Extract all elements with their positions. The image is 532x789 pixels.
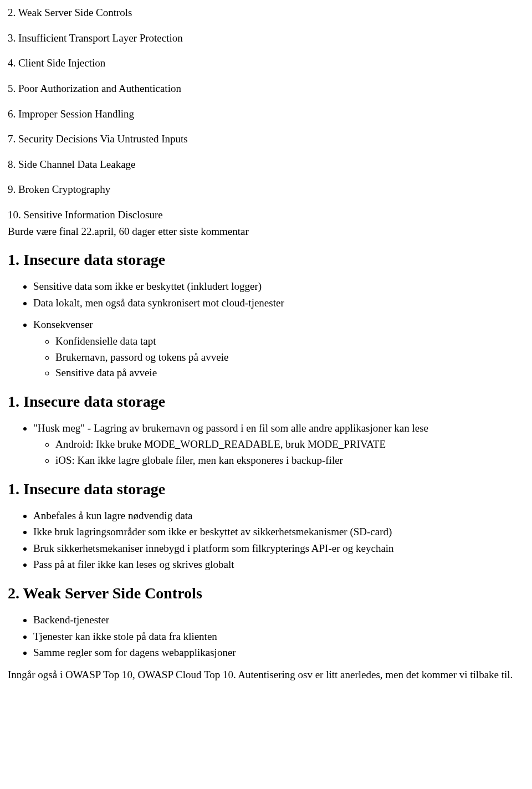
sub-bullets: Konfidensielle data tapt Brukernavn, pas… [33, 334, 524, 380]
bullet-item: Pass på at filer ikke kan leses og skriv… [33, 557, 524, 572]
list-item: 4. Client Side Injection [8, 56, 524, 70]
bullet-item: Konsekvenser Konfidensielle data tapt Br… [33, 317, 524, 380]
sub-bullet-item: Android: Ikke bruke MODE_WORLD_READABLE,… [55, 437, 524, 452]
list-item: 2. Weak Server Side Controls [8, 6, 524, 20]
item-text: Poor Authorization and Authentication [18, 83, 181, 94]
note-paragraph: Burde være final 22.april, 60 dager ette… [8, 224, 524, 239]
bullet-item: Anbefales å kun lagre nødvendig data [33, 509, 524, 523]
item-number: 9. [8, 183, 18, 195]
bullet-item: Samme regler som for dagens webapplikasj… [33, 645, 524, 660]
item-text: Client Side Injection [18, 57, 105, 69]
list-item: 8. Side Channel Data Leakage [8, 157, 524, 172]
list-item: 6. Improper Session Handling [8, 107, 524, 121]
owasp-mobile-list: 2. Weak Server Side Controls 3. Insuffic… [8, 6, 524, 222]
bullets-a1: Sensitive data som ikke er beskyttet (in… [8, 279, 524, 310]
item-text: Sensitive Information Disclosure [24, 209, 163, 221]
heading-insecure-data-storage-c: 1. Insecure data storage [8, 479, 524, 500]
sub-bullet-item: Konfidensielle data tapt [55, 334, 524, 349]
item-number: 5. [8, 83, 18, 94]
item-text: Improper Session Handling [18, 108, 134, 120]
bullet-item: "Husk meg" - Lagring av brukernavn og pa… [33, 421, 524, 468]
bullet-item: Ikke bruk lagringsområder som ikke er be… [33, 525, 524, 539]
list-item: 5. Poor Authorization and Authentication [8, 81, 524, 96]
sub-bullets: Android: Ikke bruke MODE_WORLD_READABLE,… [33, 437, 524, 467]
bullet-item: Sensitive data som ikke er beskyttet (in… [33, 279, 524, 294]
item-number: 8. [8, 158, 18, 170]
item-number: 10. [8, 209, 24, 221]
item-text: Weak Server Side Controls [18, 7, 132, 18]
list-item: 10. Sensitive Information Disclosure [8, 208, 524, 222]
item-number: 4. [8, 57, 18, 69]
bullets-a2: Konsekvenser Konfidensielle data tapt Br… [8, 317, 524, 380]
list-item: 7. Security Decisions Via Untrusted Inpu… [8, 132, 524, 146]
bullet-text: "Husk meg" - Lagring av brukernavn og pa… [33, 422, 428, 434]
item-text: Side Channel Data Leakage [18, 158, 136, 170]
item-number: 7. [8, 133, 18, 145]
bullets-c: Anbefales å kun lagre nødvendig data Ikk… [8, 509, 524, 572]
heading-weak-server-side-controls: 2. Weak Server Side Controls [8, 583, 524, 604]
item-text: Security Decisions Via Untrusted Inputs [18, 133, 188, 145]
sub-bullet-item: Sensitive data på avveie [55, 366, 524, 380]
item-text: Broken Cryptography [18, 183, 110, 195]
bullets-d: Backend-tjenester Tjenester kan ikke sto… [8, 613, 524, 660]
sub-bullet-item: Brukernavn, passord og tokens på avveie [55, 350, 524, 365]
list-item: 9. Broken Cryptography [8, 182, 524, 197]
heading-insecure-data-storage-a: 1. Insecure data storage [8, 249, 524, 270]
list-item: 3. Insufficient Transport Layer Protecti… [8, 31, 524, 45]
bullet-item: Tjenester kan ikke stole på data fra kli… [33, 629, 524, 644]
bullet-item: Bruk sikkerhetsmekaniser innebygd i plat… [33, 541, 524, 556]
bullet-item: Data lokalt, men også data synkronisert … [33, 296, 524, 310]
item-text: Insufficient Transport Layer Protection [18, 32, 183, 44]
bullets-b: "Husk meg" - Lagring av brukernavn og pa… [8, 421, 524, 468]
heading-insecure-data-storage-b: 1. Insecure data storage [8, 391, 524, 412]
sub-bullet-item: iOS: Kan ikke lagre globale filer, men k… [55, 453, 524, 468]
item-number: 2. [8, 7, 18, 18]
bullet-item: Backend-tjenester [33, 613, 524, 627]
item-number: 6. [8, 108, 18, 120]
closing-paragraph: Inngår også i OWASP Top 10, OWASP Cloud … [8, 668, 524, 682]
item-number: 3. [8, 32, 18, 44]
bullet-label: Konsekvenser [33, 319, 93, 330]
